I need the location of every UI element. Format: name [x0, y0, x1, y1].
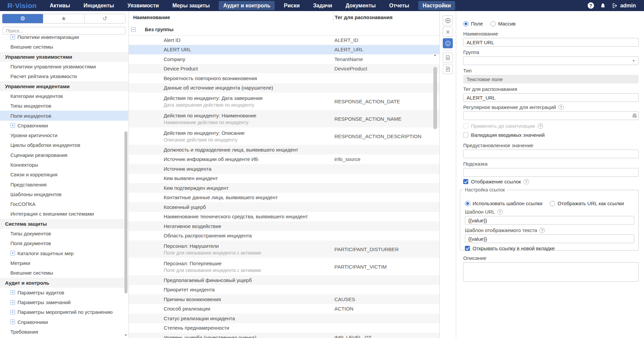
tree-item[interactable]: Политики управления уязвимостями [0, 62, 128, 71]
sidebar-scroll-down-arrow[interactable]: ▼ [124, 333, 128, 337]
tree-item[interactable]: Связи и корреляция [0, 170, 128, 179]
tree-item[interactable]: Внешние системы [0, 268, 128, 278]
help-icon[interactable]: ? [588, 2, 594, 9]
radio-option-array[interactable]: Массив [490, 21, 516, 26]
help-circle-icon[interactable]: ? [524, 179, 529, 184]
radio-option-link-template[interactable]: Использовать шаблон ссылки [465, 201, 542, 206]
links-display-checkbox[interactable] [463, 179, 468, 184]
table-row[interactable]: Способ реализацииACTION [129, 304, 439, 314]
nav-item[interactable]: Меры защиты [168, 1, 214, 10]
sanitize-checkbox[interactable] [463, 123, 468, 128]
table-row[interactable]: Действия по инциденту: Дата завершенияДа… [129, 93, 439, 110]
help-circle-icon[interactable]: ? [558, 105, 564, 110]
validation-checkbox[interactable] [463, 132, 468, 137]
table-row[interactable]: Косвенный ущерб [129, 202, 439, 212]
text-template-field[interactable] [465, 234, 634, 243]
table-scroll-up-arrow[interactable]: ▲ [433, 53, 437, 57]
expand-icon[interactable]: + [10, 290, 15, 295]
table-row[interactable]: Кем выявлен инцидент [129, 174, 439, 183]
tree-item[interactable]: Представления [0, 179, 128, 189]
tree-item[interactable]: +Параметры мероприятий по устранению [0, 307, 128, 317]
expand-icon[interactable]: + [10, 251, 15, 256]
tree-item[interactable]: Поля инцидентов [0, 111, 128, 120]
tree-item[interactable]: Интеграция с внешними системами [0, 209, 128, 219]
tree-item[interactable]: Сценарии реагирования [0, 150, 128, 160]
table-row[interactable]: Данные об источнике инцидента (нарушител… [129, 83, 439, 93]
tag-field[interactable] [463, 93, 639, 102]
tab-favorites[interactable]: ★ [43, 14, 84, 23]
delete-field-button[interactable] [443, 27, 453, 37]
tree-item[interactable]: Типы документов [0, 229, 128, 238]
export-fields-button[interactable] [443, 64, 453, 74]
nav-item[interactable]: Активы [45, 1, 74, 10]
tab-history[interactable]: ↺ [85, 14, 125, 23]
import-fields-button[interactable] [443, 53, 453, 63]
expand-icon[interactable]: + [10, 300, 15, 305]
tree-item[interactable]: +Параметры замечаний [0, 297, 128, 307]
new-tab-checkbox[interactable] [465, 246, 470, 251]
table-row[interactable]: Источник информации об инциденте ИБinfo_… [129, 155, 439, 164]
tree-item[interactable]: Внешние системы [0, 42, 128, 52]
expand-icon[interactable]: + [10, 320, 15, 324]
tree-item[interactable]: Контрольные проверки [0, 337, 128, 338]
nav-item[interactable]: Риски [279, 1, 304, 10]
nav-item[interactable]: Настройки [418, 1, 455, 10]
table-row[interactable]: ALERT URLALERT_URL [129, 45, 439, 55]
tree-item[interactable]: Типы инцидентов [0, 101, 128, 111]
nav-item[interactable]: Инциденты [79, 1, 118, 10]
expand-icon[interactable]: + [10, 310, 15, 315]
description-textarea[interactable] [463, 262, 639, 282]
field-info-button[interactable] [443, 38, 453, 48]
tree-item[interactable]: +Параметры аудитов [0, 288, 128, 297]
tree-item[interactable]: Уровни критичности [0, 130, 128, 140]
column-header-tag[interactable]: Тег для распознавания [333, 11, 439, 23]
tree-item[interactable]: Поля документов [0, 238, 128, 248]
tree-item[interactable]: Категории инцидентов [0, 91, 128, 101]
tree-item[interactable]: +Справочники [0, 317, 128, 327]
tree-item[interactable]: +Каталоги защитных мер [0, 248, 128, 258]
table-scrollbar-thumb[interactable] [433, 67, 437, 129]
help-circle-icon[interactable]: ? [539, 228, 545, 233]
nav-item[interactable]: Аудит и контроль [219, 1, 275, 10]
table-row[interactable]: Область распространения инцидента [129, 231, 439, 241]
table-row[interactable]: Должность и подразделение лица, выявивше… [129, 145, 439, 155]
tree-item[interactable]: +Политики инвентаризации [0, 35, 128, 42]
table-row[interactable]: CompanyTenantName [129, 54, 439, 64]
table-row[interactable]: Статус реализации инцидента [129, 314, 439, 323]
radio-option-field[interactable]: Поле [463, 21, 483, 26]
tree-item[interactable]: Коннекторы [0, 160, 128, 170]
regex-field[interactable] [463, 111, 639, 120]
name-field[interactable] [463, 38, 639, 47]
table-row[interactable]: Персонал: НарушителиПоле для связывания … [129, 240, 439, 258]
table-row[interactable]: Наименование технического средства, выяв… [129, 212, 439, 222]
table-row[interactable]: Персонал: ПотерпевшиеПоле для связывания… [129, 258, 439, 275]
table-row[interactable]: Alert IDALERT_ID [129, 35, 439, 45]
help-circle-icon[interactable]: ? [497, 209, 503, 215]
table-row[interactable]: Действия по инциденту: НаименованиеНаиме… [129, 110, 439, 127]
user-menu[interactable]: admin [612, 3, 636, 9]
nav-item[interactable]: Уязвимости [123, 1, 163, 10]
tree-item[interactable]: Шаблоны инцидентов [0, 189, 128, 199]
radio-option-url-as-link[interactable]: Отображать URL как ссылки [550, 201, 624, 206]
tab-settings[interactable]: ⚙ [2, 14, 43, 23]
tree-item[interactable]: ГосСОПКА [0, 199, 128, 209]
expand-icon[interactable]: + [10, 123, 15, 128]
nav-item[interactable]: Документы [341, 1, 380, 10]
column-header-name[interactable]: Наименование [129, 11, 333, 23]
tree-item[interactable]: Циклы обработки инцидентов [0, 140, 128, 150]
hint-field[interactable] [463, 168, 639, 177]
tree-item[interactable]: Требования [0, 327, 128, 337]
table-row[interactable]: Степень преднамеренности [129, 323, 439, 333]
table-row[interactable]: Источник инцидента [129, 164, 439, 174]
tree-item[interactable]: Расчет рейтинга уязвимости [0, 71, 128, 81]
nav-item[interactable]: Отчеты [385, 1, 414, 10]
table-row[interactable]: Действия по инциденту: ОписаниеОписание … [129, 127, 439, 145]
table-row[interactable]: Приоритет инцидента [129, 285, 439, 295]
table-row[interactable]: Вероятность повторного возникновения [129, 73, 439, 83]
expand-icon[interactable]: + [10, 35, 15, 40]
nav-item[interactable]: Задачи [309, 1, 337, 10]
table-row[interactable]: Уровень ущерба (качественная оценка)IMP_… [129, 333, 439, 338]
table-row[interactable]: Негативное воздействие [129, 221, 439, 231]
help-circle-icon[interactable]: ? [538, 123, 543, 129]
group-select[interactable]: ▾ [463, 56, 639, 65]
